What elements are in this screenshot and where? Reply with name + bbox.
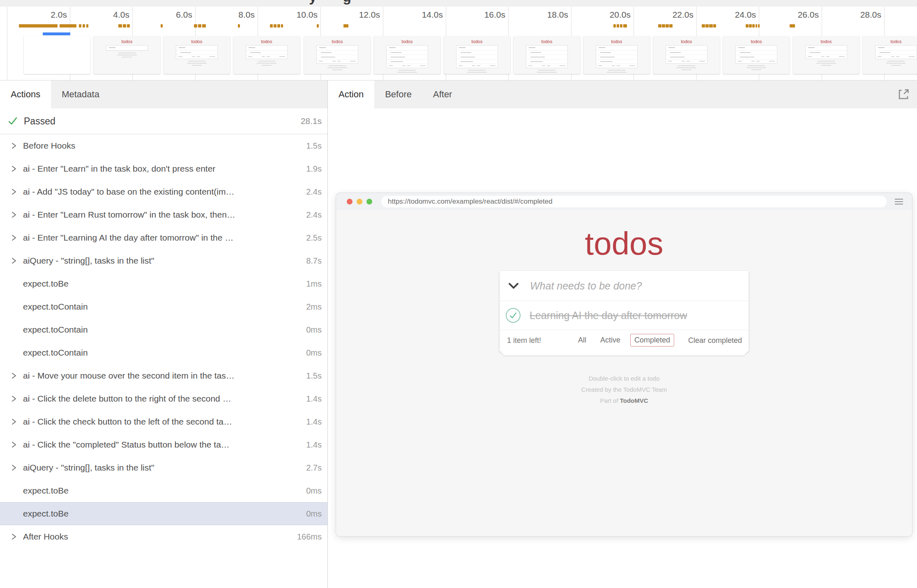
action-row[interactable]: expect.toContain0ms [0,341,327,364]
filmstrip-thumbnail[interactable]: todos [653,36,720,74]
chevron-right-icon[interactable] [11,234,18,242]
action-time-marker [658,24,661,28]
hamburger-menu-icon[interactable] [895,199,903,204]
stacked-sheet [503,354,745,356]
thumbnail-todo-card [386,45,428,68]
chevron-right-icon[interactable] [11,418,18,426]
thumbnail-todos-title: todos [863,39,917,44]
filmstrip-thumbnail[interactable] [24,36,90,74]
action-time-marker [662,24,665,28]
filmstrip-thumbnail[interactable]: todos [793,36,859,74]
timeline-selection-bar[interactable] [43,32,70,35]
tab-before[interactable]: Before [374,80,422,108]
chevron-right-icon[interactable] [11,533,18,541]
filmstrip-thumbnail[interactable]: todos [164,36,230,74]
browser-chrome: https://todomvc.com/examples/react/dist/… [336,193,912,211]
action-row[interactable]: expect.toContain2ms [0,295,327,318]
todo-item-text[interactable]: Learning AI the day after tomorrow [530,310,687,322]
action-label: ai - Enter "Learn" in the task box, don'… [23,164,303,174]
timeline-tick-label: 8.0s [238,10,255,20]
thumbnail-todo-card [246,45,288,59]
test-status-row: Passed 28.1s [0,108,327,134]
browser-snapshot-window: https://todomvc.com/examples/react/dist/… [336,193,912,536]
traffic-light-close-icon[interactable] [347,199,353,204]
tab-after[interactable]: After [422,80,463,108]
filmstrip-thumbnail[interactable]: todos [514,36,580,74]
todo-checkbox-checked-icon[interactable] [506,308,521,323]
action-duration: 2.4s [306,187,322,197]
action-time-marker [161,24,163,28]
filter-all[interactable]: All [574,334,590,347]
open-snapshot-in-new-tab-icon[interactable] [896,87,910,101]
chevron-right-icon[interactable] [11,211,18,219]
action-time-marker [194,24,197,28]
filter-completed[interactable]: Completed [630,334,674,347]
action-row[interactable]: aiQuery - "string[], tasks in the list"8… [0,249,327,272]
chevron-right-icon[interactable] [11,372,18,380]
action-time-marker [317,24,319,28]
chevron-right-icon[interactable] [11,188,18,196]
thumbnail-todo-card [456,45,498,68]
filmstrip-thumbnail[interactable]: todos [233,36,300,74]
action-row[interactable]: aiQuery - "string[], tasks in the list"2… [0,456,327,479]
tab-metadata[interactable]: Metadata [51,80,110,108]
filmstrip-thumbnail[interactable]: todos [444,36,510,74]
toggle-all-chevron-down-icon[interactable] [508,282,519,289]
filmstrip-thumbnail[interactable]: todos [304,36,371,74]
chevron-right-icon[interactable] [11,464,18,472]
filmstrip-thumbnail[interactable]: todos [94,36,160,74]
action-row[interactable]: ai - Click the delete button to the righ… [0,387,327,410]
action-row[interactable]: expect.toBe0ms [0,479,327,502]
chevron-right-icon[interactable] [11,441,18,449]
thumbnail-todo-card [805,45,847,59]
chevron-right-icon[interactable] [11,142,18,150]
action-row[interactable]: ai - Enter "Learning AI the day after to… [0,226,327,249]
action-time-marker [281,24,283,28]
filmstrip-thumbnail[interactable]: todos [374,36,440,74]
items-left-count: 1 item left! [507,336,541,345]
timeline-filmstrip[interactable]: y g 2.0s4.0s6.0s8.0s10.0s12.0s14.0s16.0s… [0,0,917,80]
traffic-light-zoom-icon[interactable] [366,199,372,204]
action-duration: 2.4s [306,210,322,220]
filmstrip-thumbnail[interactable]: todos [723,36,790,74]
url-bar[interactable]: https://todomvc.com/examples/react/dist/… [381,196,887,207]
new-todo-input[interactable]: What needs to be done? [530,280,642,292]
chevron-right-icon[interactable] [11,395,18,403]
filter-group: AllActiveCompleted [574,334,674,347]
todo-item-row: Learning AI the day after tomorrow [500,301,749,330]
action-time-marker [123,24,126,28]
action-row[interactable]: ai - Click the check button to the left … [0,410,327,433]
action-duration: 2ms [306,302,322,312]
action-row[interactable]: ai - Click the "completed" Status button… [0,433,327,456]
action-label: ai - Move your mouse over the second ite… [23,371,303,381]
action-time-marker [666,24,669,28]
action-row[interactable]: After Hooks166ms [0,525,327,548]
panel-divider[interactable] [327,80,328,588]
action-row[interactable]: Before Hooks1.5s [0,134,327,157]
clear-completed-button[interactable]: Clear completed [688,336,742,345]
action-row[interactable]: ai - Enter "Learn" in the task box, don'… [0,157,327,180]
action-row[interactable]: expect.toContain0ms [0,318,327,341]
filter-active[interactable]: Active [596,334,624,347]
chevron-right-icon[interactable] [11,165,18,173]
action-time-marker [752,24,755,28]
traffic-light-minimize-icon[interactable] [357,199,362,204]
action-time-marker [705,24,709,28]
action-row[interactable]: ai - Enter "Learn Rust tomorrow" in the … [0,203,327,226]
action-row[interactable]: expect.toBe0ms [0,502,327,525]
action-row[interactable]: ai - Move your mouse over the second ite… [0,364,327,387]
action-row[interactable]: ai - Add "JS today" to base on the exist… [0,180,327,203]
action-time-marker [343,24,348,28]
action-row[interactable]: expect.toBe1ms [0,272,327,295]
action-time-marker [620,24,622,28]
tab-action[interactable]: Action [328,80,374,108]
thumbnail-todo-card [176,45,218,59]
filmstrip-thumbnail[interactable]: todos [583,36,650,74]
action-label: aiQuery - "string[], tasks in the list" [23,463,303,473]
todomvc-brand-link[interactable]: TodoMVC [620,397,648,404]
action-time-marker [270,24,273,28]
chevron-right-icon[interactable] [11,257,18,265]
action-label: ai - Enter "Learning AI the day after to… [23,233,303,243]
tab-actions[interactable]: Actions [0,80,51,108]
filmstrip-thumbnail[interactable]: todos [863,36,917,74]
